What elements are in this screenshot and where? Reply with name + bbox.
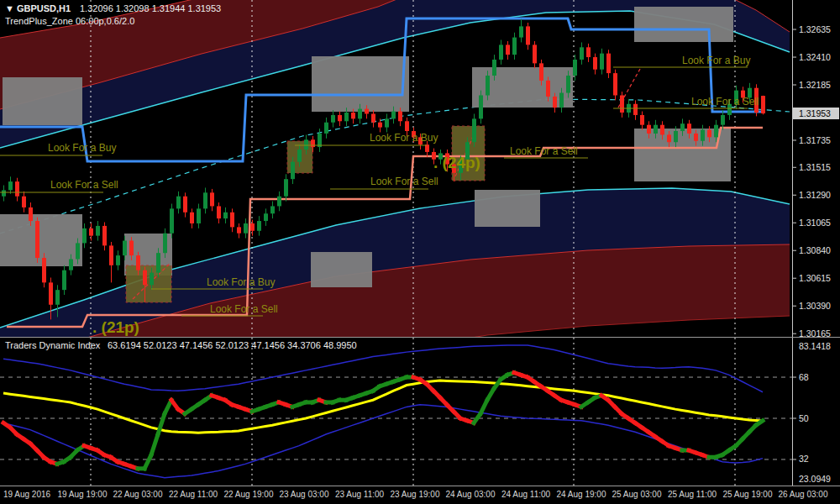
pip-distance-annotation[interactable]: . (21p): [92, 318, 139, 336]
signal-text-label[interactable]: Look For a Buy: [207, 276, 275, 288]
time-axis-label: 25 Aug 03:00: [612, 490, 662, 499]
time-axis-label: 22 Aug 03:00: [113, 490, 163, 499]
signal-text-label[interactable]: Look For a Sell: [370, 176, 438, 187]
tdi-values: 63.6194 52.0123 47.1456 52.0123 47.1456 …: [108, 340, 357, 350]
chart-symbol-title: GBPUSD,H1: [17, 3, 71, 13]
mt4-chart-window: Look For a BuyLook For a SellLook For a …: [0, 0, 840, 504]
price-axis-label: 1.32410: [799, 52, 831, 62]
price-axis-label: 1.30165: [799, 328, 831, 338]
tdi-axis-label: 32: [799, 454, 809, 464]
price-axis-label: 1.30615: [799, 273, 831, 283]
signal-zone-box[interactable]: [126, 265, 171, 302]
time-axis-label: 25 Aug 11:00: [668, 490, 717, 499]
supply-demand-zone-box[interactable]: [311, 252, 372, 287]
signal-text-label[interactable]: Look For a Buy: [48, 142, 116, 154]
supply-demand-zone-box[interactable]: [475, 190, 540, 227]
supply-demand-zone-box[interactable]: [312, 56, 409, 112]
tdi-rsi-price-line: [3, 373, 763, 469]
signal-text-label[interactable]: Look For a Buy: [370, 132, 438, 144]
tdi-axis-label: 68: [799, 372, 809, 382]
indicator-label-trendplus: TrendPlus_Zone 06:00p,0.6/2.0: [5, 16, 134, 26]
price-axis-label: 1.32635: [799, 24, 831, 34]
symbol-dropdown-icon[interactable]: ▼: [5, 3, 14, 13]
tdi-axis-label: 50: [799, 413, 809, 423]
time-axis-label: 23 Aug 19:00: [391, 490, 440, 499]
signal-text-label[interactable]: Look For a Sell: [210, 303, 278, 315]
price-axis-label: 1.31290: [799, 190, 831, 200]
main-price-chart[interactable]: Look For a BuyLook For a SellLook For a …: [0, 0, 840, 338]
price-axis-label: 1.31065: [799, 218, 831, 228]
tdi-title: Traders Dynamic Index: [5, 340, 101, 350]
price-axis-label: 1.31735: [799, 135, 831, 145]
current-price-value: 1.31953: [799, 108, 831, 118]
price-axis-label: 1.30840: [799, 245, 831, 255]
tdi-indicator-panel[interactable]: 68503283.141823.0949 Traders Dynamic Ind…: [0, 338, 840, 486]
signal-text-label[interactable]: Look For a Sell: [691, 96, 759, 108]
price-axis-label: 1.30390: [799, 301, 831, 311]
signal-text-label[interactable]: Look For a Sell: [50, 179, 118, 191]
time-axis-label: 26 Aug 03:00: [779, 490, 828, 499]
signal-text-label[interactable]: Look For a Buy: [682, 55, 750, 66]
supply-demand-zone-box[interactable]: [0, 214, 82, 266]
time-axis-label: 22 Aug 11:00: [169, 490, 218, 499]
time-axis-label: 22 Aug 19:00: [224, 490, 274, 499]
supply-demand-zone-box[interactable]: [3, 77, 82, 125]
time-axis-label: 23 Aug 11:00: [335, 490, 384, 499]
chart-ohlc-values: 1.32096 1.32098 1.31944 1.31953: [80, 3, 221, 13]
pip-distance-annotation[interactable]: . (24p): [433, 154, 480, 171]
signal-text-label[interactable]: Look For a Sell: [510, 145, 578, 157]
supply-demand-zone-box[interactable]: [634, 7, 733, 42]
price-axis-label: 1.32185: [799, 80, 831, 90]
time-axis-label: 24 Aug 19:00: [557, 490, 606, 499]
time-axis-label: 19 Aug 19:00: [58, 490, 108, 499]
time-axis-label: 24 Aug 03:00: [446, 490, 496, 499]
time-axis-label: 24 Aug 11:00: [501, 490, 550, 499]
tdi-axis-extreme-label: 23.0949: [799, 474, 831, 484]
price-axis-label: 1.31515: [799, 162, 831, 172]
time-axis-label: 25 Aug 19:00: [723, 490, 773, 499]
time-axis[interactable]: 19 Aug 201619 Aug 19:0022 Aug 03:0022 Au…: [0, 486, 840, 504]
time-axis-label: 23 Aug 03:00: [280, 490, 329, 499]
tdi-market-base-line: [3, 381, 763, 433]
tdi-axis-extreme-label: 83.1418: [799, 341, 831, 351]
time-axis-label: 19 Aug 2016: [3, 490, 50, 499]
